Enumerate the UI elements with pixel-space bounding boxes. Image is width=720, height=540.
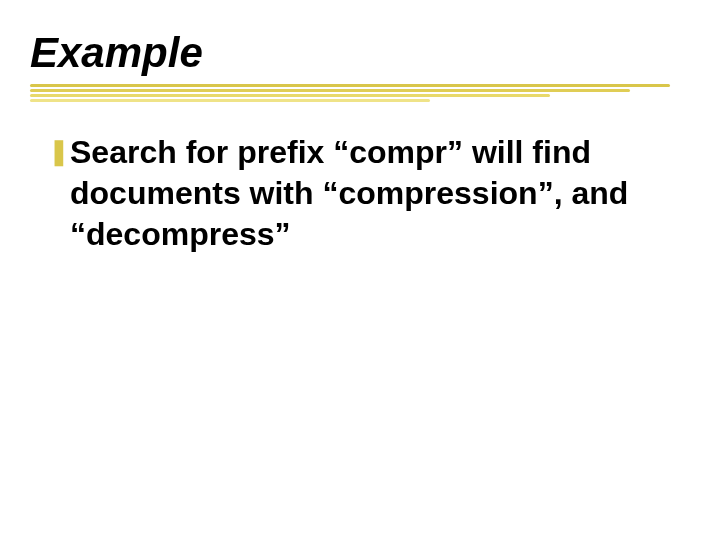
underline-stroke	[30, 84, 670, 87]
bullet-icon: ❚	[48, 138, 70, 164]
bullet-text: Search for prefix “compr” will find docu…	[70, 132, 660, 255]
underline-stroke	[30, 99, 430, 102]
underline-stroke	[30, 89, 630, 92]
body-area: ❚ Search for prefix “compr” will find do…	[48, 132, 660, 255]
slide-title: Example	[30, 30, 690, 76]
slide: Example ❚ Search for prefix “compr” will…	[0, 0, 720, 540]
title-area: Example	[30, 30, 690, 76]
title-underline	[30, 84, 670, 104]
bullet-item: ❚ Search for prefix “compr” will find do…	[48, 132, 660, 255]
underline-stroke	[30, 94, 550, 97]
